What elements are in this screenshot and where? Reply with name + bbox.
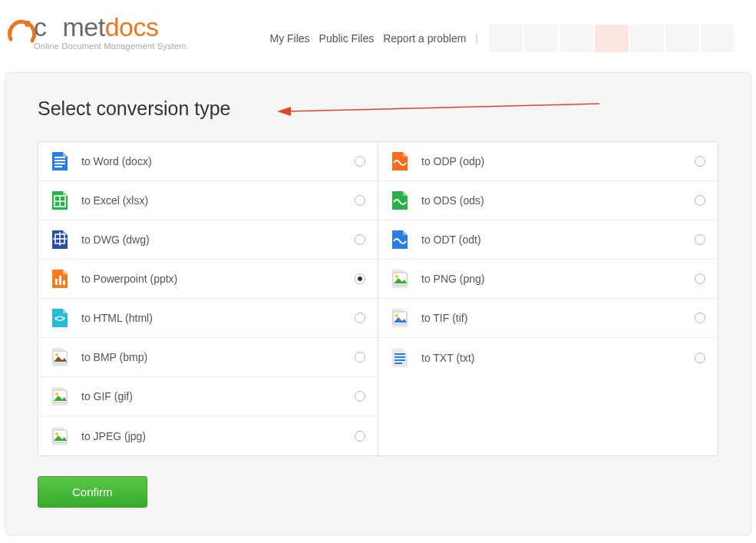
conversion-col-right: to ODP (odp)to ODS (ods)to ODT (odt)to P… xyxy=(378,142,718,455)
svg-point-18 xyxy=(55,353,58,356)
conversion-option-html[interactable]: <>to HTML (html) xyxy=(38,299,378,338)
svg-rect-15 xyxy=(63,280,65,285)
conversion-panel: Select conversion type to Word (docx)to … xyxy=(5,72,751,535)
option-radio[interactable] xyxy=(695,313,705,323)
svg-rect-13 xyxy=(55,279,58,285)
conversion-option-txt[interactable]: to TXT (txt) xyxy=(378,338,718,377)
svg-rect-3 xyxy=(54,157,65,158)
conversion-option-word[interactable]: to Word (docx) xyxy=(38,142,378,181)
odp-icon xyxy=(389,151,411,172)
svg-point-20 xyxy=(55,392,58,396)
svg-rect-29 xyxy=(395,359,405,361)
option-label: to JPEG (jpg) xyxy=(81,430,355,442)
nav-placeholder xyxy=(489,25,735,52)
conversion-option-excel[interactable]: to Excel (xlsx) xyxy=(38,181,378,220)
png-icon xyxy=(389,268,411,290)
tif-icon xyxy=(389,307,411,329)
bmp-icon xyxy=(49,346,71,368)
nav-public-files[interactable]: Public Files xyxy=(319,32,375,45)
ods-icon xyxy=(389,190,411,211)
svg-point-0 xyxy=(25,21,31,27)
logo-tagline: Online Document Management System xyxy=(34,41,187,51)
option-radio[interactable] xyxy=(355,431,365,442)
conversion-grid: to Word (docx)to Excel (xlsx)to DWG (dwg… xyxy=(38,141,718,456)
conversion-option-tif[interactable]: to TIF (tif) xyxy=(378,299,718,338)
conversion-option-bmp[interactable]: to BMP (bmp) xyxy=(38,338,378,377)
confirm-button[interactable]: Confirm xyxy=(38,476,147,508)
word-icon xyxy=(49,151,71,172)
option-radio[interactable] xyxy=(355,273,365,284)
conversion-col-left: to Word (docx)to Excel (xlsx)to DWG (dwg… xyxy=(38,142,378,455)
logo-mid: met xyxy=(63,12,105,41)
svg-rect-27 xyxy=(395,353,405,355)
option-radio[interactable] xyxy=(355,195,365,206)
option-radio[interactable] xyxy=(355,352,365,363)
option-radio[interactable] xyxy=(355,391,365,402)
option-label: to GIF (gif) xyxy=(81,390,355,402)
svg-rect-14 xyxy=(59,276,61,285)
option-radio[interactable] xyxy=(695,353,705,363)
conversion-option-png[interactable]: to PNG (png) xyxy=(378,260,718,299)
conversion-option-dwg[interactable]: to DWG (dwg) xyxy=(38,220,378,260)
conversion-option-gif[interactable]: to GIF (gif) xyxy=(38,377,378,416)
svg-point-26 xyxy=(395,314,398,317)
header: cmetdocs Online Document Management Syst… xyxy=(0,0,756,63)
svg-text:<>: <> xyxy=(54,313,65,324)
option-radio[interactable] xyxy=(355,156,365,167)
option-label: to DWG (dwg) xyxy=(81,233,355,246)
nav-my-files[interactable]: My Files xyxy=(269,32,309,45)
gif-icon xyxy=(49,386,71,407)
svg-rect-4 xyxy=(54,160,65,161)
svg-point-22 xyxy=(55,432,58,435)
option-label: to TXT (txt) xyxy=(421,352,695,364)
dwg-icon xyxy=(49,229,71,250)
option-label: to Word (docx) xyxy=(81,155,355,167)
option-label: to BMP (bmp) xyxy=(81,351,355,363)
option-label: to Excel (xlsx) xyxy=(81,194,355,207)
option-label: to HTML (html) xyxy=(81,312,355,324)
html-icon: <> xyxy=(49,307,71,329)
option-radio[interactable] xyxy=(355,313,365,323)
powerpoint-icon xyxy=(49,268,71,290)
conversion-option-powerpoint[interactable]: to Powerpoint (pptx) xyxy=(38,260,378,299)
svg-rect-5 xyxy=(54,163,65,164)
logo-pre: c xyxy=(34,12,47,41)
option-radio[interactable] xyxy=(355,234,365,245)
option-label: to TIF (tif) xyxy=(421,312,695,324)
conversion-option-odp[interactable]: to ODP (odp) xyxy=(378,142,718,181)
jpeg-icon xyxy=(49,425,71,447)
option-label: to Powerpoint (pptx) xyxy=(81,273,355,285)
option-label: to ODP (odp) xyxy=(421,155,695,167)
logo-post: docs xyxy=(105,12,159,41)
conversion-option-jpeg[interactable]: to JPEG (jpg) xyxy=(38,416,378,455)
nav: My Files Public Files Report a problem | xyxy=(269,14,750,52)
odt-icon xyxy=(389,229,411,250)
logo-text: cmetdocs Online Document Management Syst… xyxy=(34,14,187,51)
option-label: to PNG (png) xyxy=(421,273,695,285)
option-radio[interactable] xyxy=(695,195,705,206)
option-radio[interactable] xyxy=(695,156,705,167)
svg-point-24 xyxy=(395,275,398,278)
excel-icon xyxy=(49,190,71,211)
svg-rect-28 xyxy=(395,356,405,358)
conversion-option-odt[interactable]: to ODT (odt) xyxy=(378,220,718,260)
panel-title: Select conversion type xyxy=(38,98,718,120)
option-radio[interactable] xyxy=(695,273,705,284)
conversion-option-ods[interactable]: to ODS (ods) xyxy=(378,181,718,220)
txt-icon xyxy=(389,347,411,369)
svg-rect-6 xyxy=(54,166,62,167)
option-radio[interactable] xyxy=(695,234,705,245)
logo[interactable]: cmetdocs Online Document Management Syst… xyxy=(6,14,187,51)
nav-report-problem[interactable]: Report a problem xyxy=(383,32,466,45)
nav-sep: | xyxy=(475,32,478,45)
option-label: to ODS (ods) xyxy=(421,194,695,207)
svg-rect-30 xyxy=(395,363,402,364)
option-label: to ODT (odt) xyxy=(421,233,695,246)
